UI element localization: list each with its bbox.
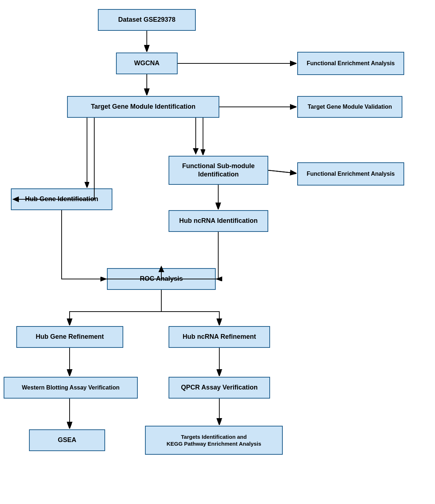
hub-ncrna-refinement-box: Hub ncRNA Refinement	[169, 326, 270, 348]
functional-submodule-box: Functional Sub-moduleIdentification	[169, 156, 268, 185]
hub-gene-refinement-box: Hub Gene Refinement	[16, 326, 123, 348]
svg-line-19	[268, 170, 296, 173]
roc-analysis-box: ROC Analysis	[107, 268, 216, 290]
gsea-box: GSEA	[29, 429, 105, 451]
western-blotting-box: Western Blotting Assay Verification	[4, 377, 138, 399]
targets-kegg-box: Targets Identification andKEGG Pathway E…	[145, 426, 283, 455]
target-gene-validation-box: Target Gene Module Validation	[297, 96, 402, 118]
target-gene-module-box: Target Gene Module Identification	[67, 96, 219, 118]
flowchart: Dataset GSE29378 WGCNA Functional Enrich…	[0, 0, 435, 504]
hub-ncrna-id-box: Hub ncRNA Identification	[169, 210, 268, 232]
functional-enrichment-1-box: Functional Enrichment Analysis	[297, 52, 404, 75]
dataset-box: Dataset GSE29378	[98, 9, 196, 31]
qpcr-box: QPCR Assay Verification	[169, 377, 270, 399]
functional-enrichment-2-box: Functional Enrichment Analysis	[297, 162, 404, 186]
hub-gene-id-box: Hub Gene Identification	[11, 188, 112, 210]
wgcna-box: WGCNA	[116, 53, 178, 74]
svg-line-7	[268, 170, 295, 173]
